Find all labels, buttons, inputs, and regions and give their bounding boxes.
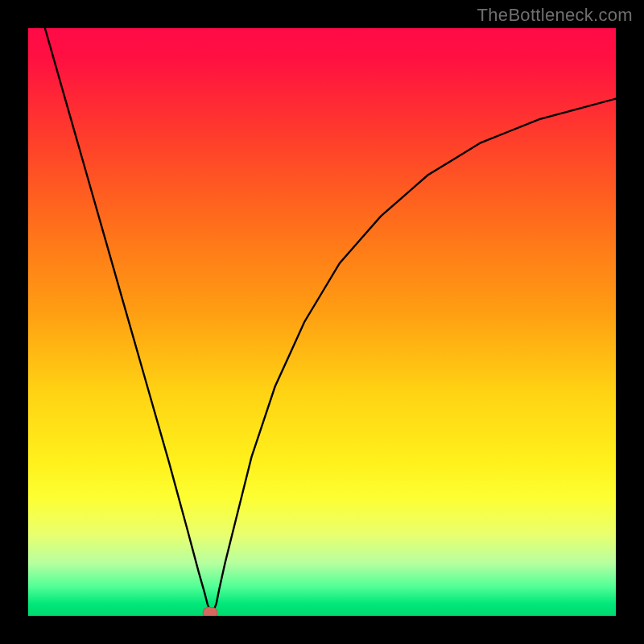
chart-frame: TheBottleneck.com [0,0,644,644]
watermark-text: TheBottleneck.com [477,5,633,26]
bottleneck-curve [28,28,616,611]
plot-area [28,28,616,616]
curve-svg [28,28,616,616]
optimal-marker [203,607,218,616]
